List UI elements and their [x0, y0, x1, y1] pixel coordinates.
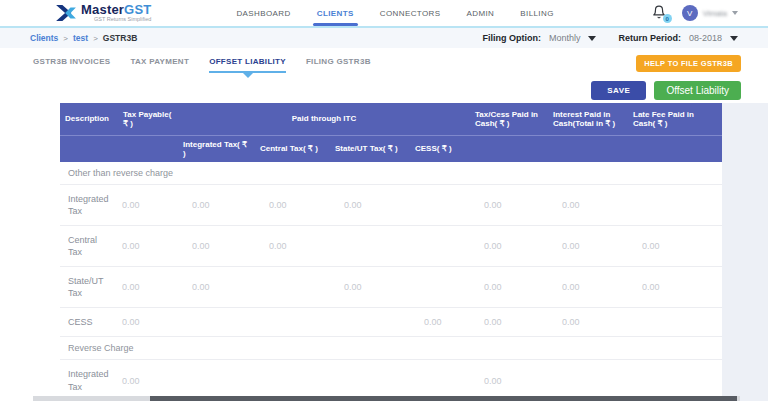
- scrollbar-thumb[interactable]: [150, 396, 737, 401]
- user-menu[interactable]: V Vimala: [682, 5, 738, 21]
- empty-cell: [410, 267, 470, 308]
- amount-field[interactable]: 0.00: [470, 360, 548, 401]
- active-tab-notch-icon: [243, 73, 253, 78]
- col-header-tax-cess-cash: Tax/Cess Paid in Cash( ₹ ): [470, 103, 548, 135]
- col-header-interest-cash: Interest Paid in Cash(Total in ₹ ): [548, 103, 628, 135]
- offset-liability-button[interactable]: Offset Liability: [654, 81, 741, 100]
- section-row-other-than-reverse-charge: Other than reverse charge: [60, 162, 722, 185]
- row-label: Integrated Tax: [60, 184, 118, 225]
- amount-field[interactable]: 0.00: [118, 184, 178, 225]
- empty-cell: [410, 184, 470, 225]
- section-row-reverse-charge: Reverse Charge: [60, 337, 722, 360]
- amount-field[interactable]: 0.00: [628, 267, 722, 308]
- empty-cell: [330, 308, 410, 337]
- section-title: Reverse Charge: [60, 337, 722, 360]
- filing-option-label: Filing Option:: [482, 33, 540, 43]
- amount-field[interactable]: 0.00: [118, 360, 178, 401]
- itc-col-header-state-ut-tax: State/UT Tax( ₹ ): [330, 135, 410, 162]
- amount-field[interactable]: 0.00: [118, 267, 178, 308]
- empty-cell: [330, 360, 410, 401]
- empty-cell: [178, 360, 255, 401]
- nav-item-connectors[interactable]: CONNECTORS: [380, 0, 441, 26]
- nav-item-dashboard[interactable]: DASHBOARD: [236, 0, 290, 26]
- empty-cell: [178, 308, 255, 337]
- empty-cell: [410, 360, 470, 401]
- row-label: CESS: [60, 308, 118, 337]
- main-nav: DASHBOARDCLIENTSCONNECTORSADMINBILLING: [236, 0, 553, 26]
- col-header-late-fee-cash: Late Fee Paid in Cash( ₹ ): [628, 103, 722, 135]
- empty-cell: [255, 308, 330, 337]
- offset-liability-table-wrap: Description Tax Payable( ₹ ) Paid throug…: [60, 103, 722, 401]
- tab-offset-liability[interactable]: OFFSET LIABILITY: [209, 57, 286, 73]
- brand-name-secondary: GST: [124, 2, 151, 17]
- empty-header-cell: [470, 135, 548, 162]
- horizontal-scrollbar[interactable]: [33, 396, 740, 401]
- empty-header-cell: [628, 135, 722, 162]
- amount-field[interactable]: 0.00: [178, 225, 255, 266]
- table-row-state-ut-tax: State/UT Tax0.000.000.000.000.000.00: [60, 267, 722, 308]
- tab-tax-payment[interactable]: TAX PAYMENT: [130, 57, 189, 73]
- return-period-label: Return Period:: [618, 33, 681, 43]
- amount-field[interactable]: 0.00: [178, 267, 255, 308]
- top-navbar: MasterGST GST Returns Simplified DASHBOA…: [0, 0, 768, 28]
- breadcrumb-bar: Clients>test>GSTR3B Filing Option: Month…: [0, 28, 768, 48]
- amount-field[interactable]: 0.00: [548, 184, 628, 225]
- chevron-down-icon: [732, 11, 738, 15]
- save-button[interactable]: SAVE: [591, 81, 646, 100]
- breadcrumb-separator: >: [63, 34, 68, 43]
- amount-field[interactable]: 0.00: [178, 184, 255, 225]
- return-period-caret-icon[interactable]: [730, 36, 738, 41]
- nav-item-clients[interactable]: CLIENTS: [317, 0, 354, 26]
- offset-liability-table: Description Tax Payable( ₹ ) Paid throug…: [60, 103, 722, 401]
- tab-bar: GSTR3B INVOICESTAX PAYMENTOFFSET LIABILI…: [33, 57, 371, 73]
- empty-header-cell: [60, 135, 118, 162]
- amount-field[interactable]: 0.00: [548, 267, 628, 308]
- empty-cell: [410, 225, 470, 266]
- row-label: Central Tax: [60, 225, 118, 266]
- amount-field[interactable]: 0.00: [548, 225, 628, 266]
- tab-filing-gstr3b[interactable]: FILING GSTR3B: [306, 57, 371, 73]
- breadcrumb-item-clients[interactable]: Clients: [30, 33, 58, 43]
- return-period-select[interactable]: 08-2018: [689, 33, 722, 43]
- itc-col-header-cess: CESS( ₹ ): [410, 135, 470, 162]
- page-content: GSTR3B INVOICESTAX PAYMENTOFFSET LIABILI…: [0, 48, 768, 401]
- empty-cell: [255, 267, 330, 308]
- tab-gstr3b-invoices[interactable]: GSTR3B INVOICES: [33, 57, 110, 73]
- avatar: V: [682, 5, 698, 21]
- filter-controls: Filing Option: Monthly Return Period: 08…: [482, 33, 738, 43]
- help-to-file-button[interactable]: HELP TO FILE GSTR3B: [636, 55, 741, 72]
- col-header-description: Description: [60, 103, 118, 135]
- col-header-tax-payable: Tax Payable( ₹ ): [118, 103, 178, 135]
- amount-field[interactable]: 0.00: [255, 184, 330, 225]
- amount-field[interactable]: 0.00: [548, 308, 628, 337]
- table-row-integrated-tax: Integrated Tax0.000.000.000.000.000.00: [60, 184, 722, 225]
- amount-field[interactable]: 0.00: [330, 267, 410, 308]
- empty-header-cell: [548, 135, 628, 162]
- empty-cell: [548, 360, 628, 401]
- empty-cell: [330, 225, 410, 266]
- right-gutter: [722, 103, 768, 401]
- nav-item-admin[interactable]: ADMIN: [467, 0, 495, 26]
- notification-count-badge: 0: [663, 14, 672, 23]
- amount-field[interactable]: 0.00: [255, 225, 330, 266]
- table-row-cess: CESS0.000.000.000.00: [60, 308, 722, 337]
- brand-name: MasterGST: [81, 3, 151, 16]
- notifications-button[interactable]: 0: [652, 5, 668, 21]
- filing-option-select[interactable]: Monthly: [549, 33, 581, 43]
- amount-field[interactable]: 0.00: [470, 225, 548, 266]
- amount-field[interactable]: 0.00: [410, 308, 470, 337]
- amount-field[interactable]: 0.00: [470, 308, 548, 337]
- amount-field[interactable]: 0.00: [470, 267, 548, 308]
- amount-field[interactable]: 0.00: [628, 225, 722, 266]
- amount-field[interactable]: 0.00: [118, 225, 178, 266]
- amount-field[interactable]: 0.00: [118, 308, 178, 337]
- nav-item-billing[interactable]: BILLING: [520, 0, 553, 26]
- table-row-central-tax: Central Tax0.000.000.000.000.000.00: [60, 225, 722, 266]
- amount-field[interactable]: 0.00: [470, 184, 548, 225]
- row-label: Integrated Tax: [60, 360, 118, 401]
- filing-option-caret-icon[interactable]: [588, 36, 596, 41]
- amount-field[interactable]: 0.00: [330, 184, 410, 225]
- empty-cell: [628, 308, 722, 337]
- brand-logo[interactable]: MasterGST GST Returns Simplified: [55, 3, 151, 23]
- breadcrumb-item-test[interactable]: test: [73, 33, 88, 43]
